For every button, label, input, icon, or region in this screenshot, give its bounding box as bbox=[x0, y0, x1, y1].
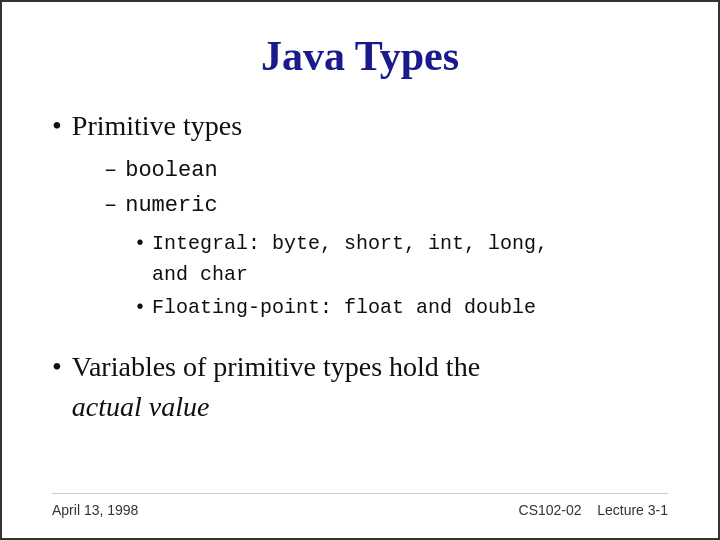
integral-label: Integral: byte, short, int, long, and ch… bbox=[152, 228, 548, 290]
numeric-sub-list: • Integral: byte, short, int, long, and … bbox=[134, 228, 668, 323]
slide-title: Java Types bbox=[52, 32, 668, 80]
dash-boolean: – bbox=[104, 154, 117, 187]
bullet-primitive-types: • Primitive types bbox=[52, 108, 668, 144]
bullet-dot-integral: • bbox=[134, 228, 146, 259]
bullet-variables: • Variables of primitive types hold the … bbox=[52, 347, 668, 425]
floating-label: Floating-point: float and double bbox=[152, 292, 536, 323]
dash-numeric: – bbox=[104, 189, 117, 222]
slide-container: Java Types • Primitive types – boolean –… bbox=[0, 0, 720, 540]
boolean-item: – boolean bbox=[104, 154, 668, 187]
slide-footer: April 13, 1998 CS102-02 Lecture 3-1 bbox=[52, 493, 668, 518]
footer-date: April 13, 1998 bbox=[52, 502, 138, 518]
primitive-sub-list: – boolean – numeric • Integral: byte, sh… bbox=[104, 154, 668, 323]
floating-point-item: • Floating-point: float and double bbox=[134, 292, 668, 323]
boolean-label: boolean bbox=[125, 154, 217, 187]
bullet-dot-floating: • bbox=[134, 292, 146, 323]
integral-item: • Integral: byte, short, int, long, and … bbox=[134, 228, 668, 290]
numeric-item: – numeric bbox=[104, 189, 668, 222]
slide-content: • Primitive types – boolean – numeric • bbox=[52, 108, 668, 483]
variables-label: Variables of primitive types hold the ac… bbox=[72, 347, 480, 425]
primitive-types-label: Primitive types bbox=[72, 108, 242, 144]
variables-text-italic: actual value bbox=[72, 391, 210, 422]
numeric-label: numeric bbox=[125, 189, 217, 222]
footer-course: CS102-02 Lecture 3-1 bbox=[519, 502, 668, 518]
bullet-dot-2: • bbox=[52, 347, 62, 386]
variables-text-normal: Variables of primitive types hold the bbox=[72, 351, 480, 382]
bullet-dot-1: • bbox=[52, 108, 62, 144]
